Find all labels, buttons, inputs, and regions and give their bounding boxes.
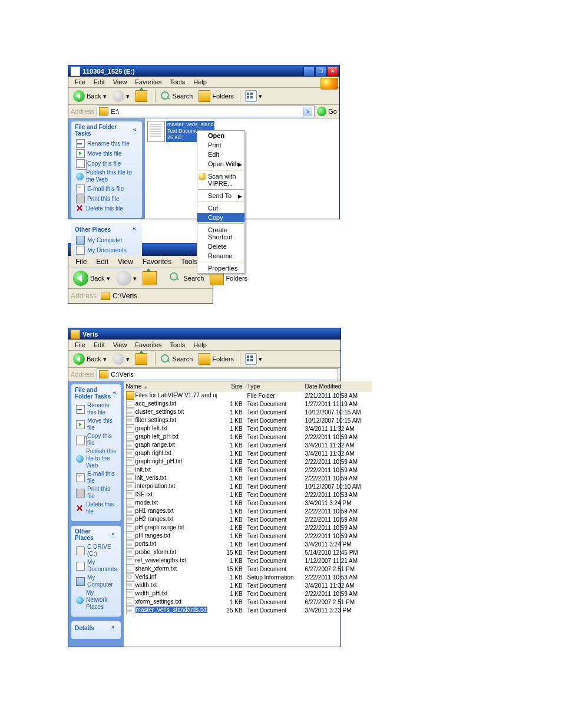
task-item[interactable]: E-mail this file (76, 185, 138, 193)
task-item[interactable]: Print this file (76, 486, 117, 500)
table-row[interactable]: pH2 ranges.txt1 KBText Document2/22/2011… (124, 515, 372, 523)
collapse-icon[interactable]: « (131, 126, 138, 134)
menu-file[interactable]: File (71, 256, 91, 267)
menu-file[interactable]: File (71, 340, 90, 350)
back-button[interactable]: Back ▾ (71, 269, 113, 287)
menu-file[interactable]: File (71, 77, 90, 87)
menu-favorites[interactable]: Favorites (131, 340, 166, 350)
table-row[interactable]: init_veris.txt1 KBText Document2/22/2011… (124, 474, 372, 482)
table-row[interactable]: pH1 ranges.txt1 KBText Document2/22/2011… (124, 507, 372, 515)
table-row[interactable]: graph right_pH.txt1 KBText Document2/22/… (124, 457, 372, 466)
views-button[interactable]: ▾ (243, 352, 265, 366)
table-row[interactable]: Veris.inf1 KBSetup Information2/22/2011 … (124, 573, 372, 581)
menu-view[interactable]: View (113, 256, 138, 267)
context-menu-item[interactable]: Cut (197, 203, 244, 213)
task-item[interactable]: My Computer (76, 236, 138, 245)
table-row[interactable]: Files for LabVIEW V1.77 and upFile Folde… (124, 391, 372, 400)
minimize-button[interactable]: _ (303, 67, 315, 77)
search-button[interactable]: Search (158, 353, 196, 365)
task-item[interactable]: E-mail this file (76, 470, 117, 485)
search-button[interactable]: Search (158, 90, 196, 103)
task-item[interactable]: Copy this file (76, 159, 138, 168)
up-button[interactable] (133, 89, 151, 103)
context-menu-item[interactable]: Create Shortcut (197, 225, 244, 242)
table-row[interactable]: graph left.txt1 KBText Document3/4/2011 … (124, 424, 372, 433)
back-button[interactable]: Back ▾ (71, 352, 109, 366)
context-menu-item[interactable]: Properties (197, 263, 244, 273)
task-item[interactable]: My Documents (76, 559, 117, 573)
back-button[interactable]: Back ▾ (71, 89, 109, 103)
table-row[interactable]: width.txt1 KBText Document3/4/2011 11:32… (124, 581, 372, 589)
table-row[interactable]: shank_xform.txt15 KBText Document6/27/20… (124, 565, 372, 573)
up-button[interactable] (133, 352, 151, 366)
task-item[interactable]: C DRIVE (C:) (76, 543, 117, 558)
menu-edit[interactable]: Edit (90, 77, 109, 87)
menu-favorites[interactable]: Favorites (138, 256, 176, 267)
table-row[interactable]: graph right.txt1 KBText Document3/4/2011… (124, 449, 372, 457)
table-row[interactable]: interpolation.txt1 KBText Document10/12/… (124, 482, 372, 490)
context-menu-item[interactable]: Open (197, 131, 244, 140)
views-button[interactable]: ▾ (243, 89, 265, 103)
table-row[interactable]: filter settings.txt1 KBText Document10/1… (124, 416, 372, 424)
table-row[interactable]: pH ranges.txt1 KBText Document2/22/2011 … (124, 532, 372, 540)
title-bar[interactable]: 110304_1525 (E:) _ □ × (68, 65, 339, 77)
collapse-icon[interactable]: « (112, 389, 117, 397)
table-row[interactable]: ports.txt1 KBText Document3/4/2011 3:24 … (124, 540, 372, 548)
task-item[interactable]: My Computer (76, 574, 117, 588)
menu-edit[interactable]: Edit (90, 340, 109, 350)
address-dropdown[interactable]: v (303, 107, 312, 116)
task-item[interactable]: Copy this file (76, 433, 117, 447)
table-row[interactable]: mode.txt1 KBText Document3/4/2011 3:24 P… (124, 499, 372, 507)
table-row[interactable]: graph range.txt1 KBText Document3/4/2011… (124, 441, 372, 449)
context-menu-item[interactable]: Print (197, 140, 244, 150)
file-list[interactable]: Name▲ Size Type Date Modified Files for … (124, 381, 372, 647)
table-row[interactable]: width_pH.txt1 KBText Document2/22/2011 1… (124, 589, 372, 598)
task-item[interactable]: Delete this file (76, 501, 117, 515)
table-row[interactable]: master_veris_standards.txt25 KBText Docu… (124, 606, 372, 614)
maximize-button[interactable]: □ (315, 67, 326, 77)
title-bar[interactable]: Veris (68, 328, 340, 340)
table-row[interactable]: xform_settings.txt1 KBText Document6/27/… (124, 598, 372, 606)
task-item[interactable]: Move this file (76, 149, 138, 158)
menu-tools[interactable]: Tools (166, 77, 190, 87)
menu-view[interactable]: View (109, 340, 131, 350)
context-menu-item[interactable]: Scan with VIPRE... (197, 172, 244, 188)
context-menu-item[interactable]: Rename (197, 251, 244, 261)
folders-button[interactable]: Folders (196, 352, 236, 366)
context-menu-item[interactable]: Copy (197, 213, 244, 222)
collapse-icon[interactable]: « (109, 531, 117, 539)
task-item[interactable]: Rename this file (76, 402, 117, 416)
table-row[interactable]: probe_xform.txt15 KBText Document5/14/20… (124, 548, 372, 556)
context-menu-item[interactable]: Open With▶ (197, 159, 244, 169)
forward-button[interactable]: ▾ (110, 89, 132, 103)
table-row[interactable]: ISE.txt1 KBText Document2/22/2011 10:53 … (124, 490, 372, 499)
table-row[interactable]: init.txt1 KBText Document2/22/2011 10:59… (124, 466, 372, 474)
task-item[interactable]: Delete this file (76, 205, 138, 212)
context-menu-item[interactable]: Send To▶ (197, 191, 244, 200)
task-item[interactable]: Publish this file to the Web (76, 169, 138, 183)
task-item[interactable]: My Network Places (76, 589, 117, 611)
menu-tools[interactable]: Tools (166, 340, 190, 350)
task-item[interactable]: Publish this file to the Web (76, 448, 117, 469)
task-item[interactable]: Rename this file (76, 139, 138, 148)
menu-help[interactable]: Help (189, 340, 211, 350)
context-menu-item[interactable]: Edit (197, 150, 244, 159)
menu-help[interactable]: Help (189, 77, 211, 87)
menu-view[interactable]: View (109, 77, 131, 87)
address-field[interactable]: E:\ v (97, 106, 315, 117)
table-row[interactable]: acq_settings.txt1 KBText Document1/27/20… (124, 400, 372, 408)
folders-button[interactable]: Folders (196, 89, 236, 103)
task-item[interactable]: Move this file (76, 417, 117, 431)
table-row[interactable]: ref_wavelengths.txt1 KBText Document1/12… (124, 556, 372, 565)
address-field[interactable]: C:\Veris (97, 368, 338, 380)
collapse-icon[interactable]: « (130, 225, 138, 233)
forward-button[interactable]: ▾ (110, 352, 132, 366)
context-menu-item[interactable]: Delete (197, 242, 244, 251)
menu-favorites[interactable]: Favorites (131, 77, 166, 87)
table-row[interactable]: cluster_settings.txt1 KBText Document10/… (124, 408, 372, 416)
table-row[interactable]: graph left_pH.txt1 KBText Document2/22/2… (124, 433, 372, 441)
content-area[interactable]: master_veris_standards.txt Text Document… (145, 118, 339, 219)
menu-edit[interactable]: Edit (91, 256, 113, 267)
task-item[interactable]: Print this file (76, 195, 138, 203)
close-button[interactable]: × (327, 67, 338, 77)
